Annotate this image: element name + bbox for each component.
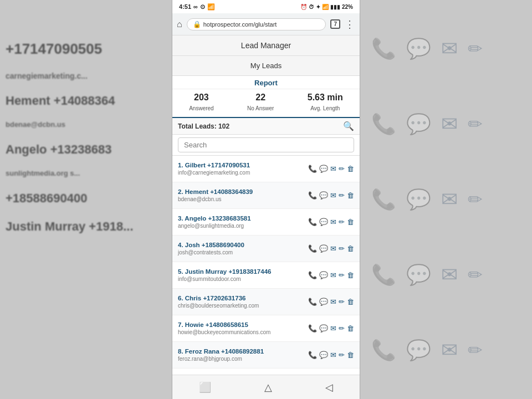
email-button[interactable]: ✉	[330, 218, 336, 226]
report-label: Report	[254, 79, 278, 87]
sms-button[interactable]: 💬	[319, 324, 328, 332]
email-button[interactable]: ✉	[330, 298, 336, 306]
chat-icon-bg3: 💬	[406, 188, 431, 211]
call-button[interactable]: 📞	[308, 324, 317, 332]
edit-button[interactable]: ✏	[339, 165, 345, 173]
search-bar	[172, 135, 360, 156]
lead-info: 1. Gilbert +17147090531 info@carnegiemar…	[178, 162, 308, 176]
delete-button[interactable]: 🗑	[347, 271, 354, 279]
browser-home-button[interactable]: ⌂	[177, 19, 182, 29]
email-button[interactable]: ✉	[330, 191, 336, 200]
browser-menu-button[interactable]: ⋮	[345, 18, 355, 30]
lead-info: 2. Hement +14088364839 bdenae@dcbn.us	[178, 188, 308, 202]
lead-name-phone: 1. Gilbert +17147090531	[178, 162, 308, 168]
lead-item: 2. Hement +14088364839 bdenae@dcbn.us 📞 …	[172, 182, 360, 209]
call-button[interactable]: 📞	[308, 165, 317, 173]
delete-button[interactable]: 🗑	[347, 324, 354, 332]
total-leads-text: Total Leads: 102	[178, 122, 229, 130]
back-button[interactable]: ◁	[319, 379, 340, 396]
edit-icon-bg3: ✏	[468, 189, 483, 210]
bluetooth-icon: ✦	[316, 4, 320, 10]
lead-actions: 📞 💬 ✉ ✏ 🗑	[308, 218, 354, 226]
edit-button[interactable]: ✏	[339, 244, 345, 253]
lead-name-phone: 2. Hement +14088364839	[178, 188, 308, 195]
sms-button[interactable]: 💬	[319, 165, 328, 173]
bg-text-4: bdenae@dcbn.us	[0, 115, 172, 135]
delete-button[interactable]: 🗑	[347, 351, 354, 359]
call-button[interactable]: 📞	[308, 271, 317, 279]
no-answer-value: 22	[247, 93, 274, 103]
lead-email: bdenae@dcbn.us	[178, 196, 308, 202]
lead-email: feroz.rana@bhjgroup.com	[178, 356, 308, 362]
lead-item: 6. Chris +17202631736 chris@boulderseoma…	[172, 289, 360, 315]
call-button[interactable]: 📞	[308, 298, 317, 306]
lead-info: 3. Angelo +13238683581 angelo@sunlightme…	[178, 215, 308, 229]
mail-icon-bg5: ✉	[441, 339, 458, 362]
search-input[interactable]	[178, 137, 354, 152]
lead-name-phone: 8. Feroz Rana +14086892881	[178, 348, 308, 355]
avg-length-value: 5.63 min	[308, 93, 343, 103]
phone-icon-bg: 📞	[371, 37, 396, 60]
sms-button[interactable]: 💬	[319, 298, 328, 306]
lead-info: 8. Feroz Rana +14086892881 feroz.rana@bh…	[178, 348, 308, 362]
lead-actions: 📞 💬 ✉ ✏ 🗑	[308, 191, 354, 200]
email-button[interactable]: ✉	[330, 165, 336, 173]
email-button[interactable]: ✉	[330, 244, 336, 253]
sms-button[interactable]: 💬	[319, 271, 328, 279]
search-toggle-button[interactable]: 🔍	[343, 121, 354, 131]
chat-icon-bg2: 💬	[406, 112, 431, 136]
url-text: hotprospector.com/glu/start	[203, 21, 277, 28]
lead-item: 8. Feroz Rana +14086892881 feroz.rana@bh…	[172, 342, 360, 369]
email-button[interactable]: ✉	[330, 324, 336, 332]
edit-button[interactable]: ✏	[339, 351, 345, 359]
call-button[interactable]: 📞	[308, 351, 317, 359]
report-section: Report 203 Answered 22 No Answer 5.63 mi…	[172, 76, 360, 118]
battery-level: 22%	[342, 4, 353, 10]
browser-tab-count[interactable]: 7	[330, 19, 340, 29]
bg-icons-row-2: 📞 💬 ✉ ✏	[371, 112, 521, 136]
edit-button[interactable]: ✏	[339, 191, 345, 200]
background-left: +17147090505 carnegiemarketing.c... Heme…	[0, 0, 172, 399]
browser-chrome: ⌂ 🔒 hotprospector.com/glu/start 7 ⋮	[172, 13, 360, 35]
call-button[interactable]: 📞	[308, 244, 317, 253]
call-button[interactable]: 📞	[308, 191, 317, 200]
mail-icon-bg4: ✉	[441, 263, 458, 287]
recent-apps-button[interactable]: ⬜	[192, 379, 218, 396]
lead-email: info@carnegiemarketing.com	[178, 170, 308, 176]
chat-icon-bg: 💬	[406, 37, 431, 60]
app-title: Lead Manager	[241, 41, 291, 50]
bg-icons-row-1: 📞 💬 ✉ ✏	[371, 37, 521, 60]
delete-button[interactable]: 🗑	[347, 218, 354, 226]
lead-actions: 📞 💬 ✉ ✏ 🗑	[308, 271, 354, 279]
lead-actions: 📞 💬 ✉ ✏ 🗑	[308, 351, 354, 359]
lead-actions: 📞 💬 ✉ ✏ 🗑	[308, 244, 354, 253]
stat-avg-length: 5.63 min Avg. Length	[308, 93, 343, 112]
phone-icon-bg5: 📞	[371, 339, 396, 362]
home-button[interactable]: △	[258, 379, 279, 396]
edit-button[interactable]: ✏	[339, 218, 345, 226]
status-bar: 4:51 ∞ ⊙ 📶 ⏰ ⏱ ✦ 📶 ▮▮▮ 22%	[172, 0, 360, 13]
edit-button[interactable]: ✏	[339, 271, 345, 279]
delete-button[interactable]: 🗑	[347, 244, 354, 253]
bg-text-2: carnegiemarketing.c...	[0, 65, 172, 86]
delete-button[interactable]: 🗑	[347, 191, 354, 200]
email-button[interactable]: ✉	[330, 351, 336, 359]
edit-button[interactable]: ✏	[339, 324, 345, 332]
edit-button[interactable]: ✏	[339, 298, 345, 306]
bg-icons-row-5: 📞 💬 ✉ ✏	[371, 339, 521, 362]
sms-button[interactable]: 💬	[319, 351, 328, 359]
my-leads-button[interactable]: My Leads	[172, 56, 360, 76]
status-time: 4:51	[179, 3, 191, 10]
sms-button[interactable]: 💬	[319, 218, 328, 226]
lead-item: 3. Angelo +13238683581 angelo@sunlightme…	[172, 209, 360, 236]
sms-button[interactable]: 💬	[319, 244, 328, 253]
phone-frame: 4:51 ∞ ⊙ 📶 ⏰ ⏱ ✦ 📶 ▮▮▮ 22% ⌂ 🔒 hotprospe…	[172, 0, 360, 399]
browser-url-bar[interactable]: 🔒 hotprospector.com/glu/start	[187, 18, 326, 30]
delete-button[interactable]: 🗑	[347, 298, 354, 306]
delete-button[interactable]: 🗑	[347, 165, 354, 173]
sms-button[interactable]: 💬	[319, 191, 328, 200]
phone-icon-bg4: 📞	[371, 263, 396, 287]
call-button[interactable]: 📞	[308, 218, 317, 226]
email-button[interactable]: ✉	[330, 271, 336, 279]
stat-answered: 203 Answered	[189, 93, 213, 112]
